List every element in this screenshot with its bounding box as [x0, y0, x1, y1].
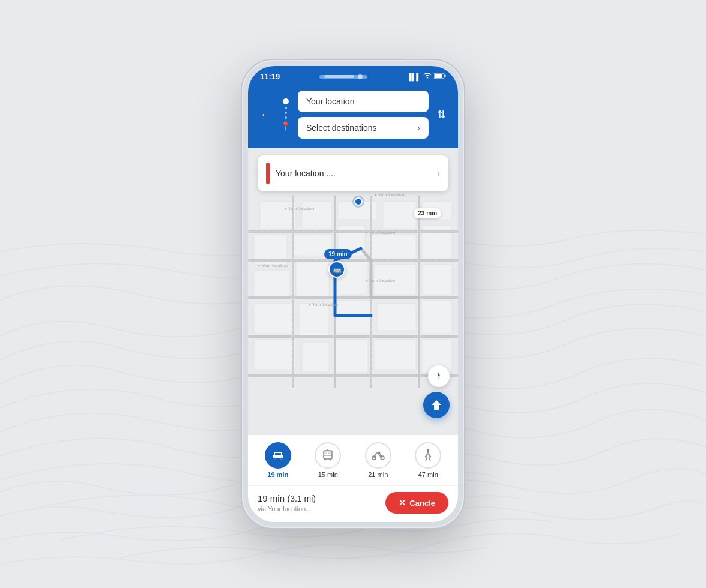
dot-divider-3	[285, 116, 287, 119]
status-icons: ▐▌▌	[407, 73, 446, 81]
bus-time-label: 15 min	[318, 471, 338, 478]
map-label-2: ⬥ Your location	[284, 205, 314, 211]
nav-header: ← 📍 Your location Select destinations ›	[248, 86, 458, 148]
svg-rect-25	[302, 342, 329, 372]
bike-icon-wrap	[365, 442, 391, 469]
origin-dot	[283, 98, 289, 104]
status-notch	[319, 75, 367, 79]
map-label-6: ⬥ Your location	[365, 277, 395, 283]
battery-icon	[434, 73, 446, 80]
map-area: Your location .... › ⬥ Your location ⬥ Y…	[248, 148, 458, 435]
svg-marker-43	[438, 376, 440, 380]
location-card-accent	[266, 163, 270, 184]
svg-rect-50	[328, 451, 331, 454]
svg-rect-19	[254, 304, 293, 334]
svg-marker-44	[432, 400, 441, 410]
time-value: 19 min	[258, 493, 285, 503]
svg-rect-49	[324, 451, 327, 454]
svg-rect-24	[254, 340, 296, 370]
svg-point-57	[378, 452, 380, 454]
svg-rect-22	[377, 304, 416, 331]
bottom-info-text: 19 min (3.1 mi) via Your location...	[258, 493, 316, 512]
vehicle-icon: 🚌	[328, 261, 345, 278]
bottom-time-row: 19 min (3.1 mi)	[258, 493, 316, 504]
svg-rect-7	[383, 202, 416, 229]
nav-dot-column: 📍	[279, 98, 292, 131]
map-label-3: ⬥ Your location	[374, 191, 404, 197]
map-label-4: ⬥ Your location	[365, 229, 395, 235]
svg-rect-1	[435, 74, 442, 78]
notch-pill	[324, 75, 354, 78]
bottom-info-bar: 19 min (3.1 mi) via Your location... ✕ C…	[248, 485, 458, 522]
svg-point-45	[274, 458, 276, 460]
dot-divider-2	[285, 112, 287, 114]
location-card-arrow-icon: ›	[437, 169, 440, 178]
walk-icon-wrap	[415, 442, 441, 469]
status-bar: 11:19 ▐▌▌	[248, 66, 458, 86]
distance-value: (3.1 mi)	[287, 494, 315, 503]
via-text: via Your location...	[258, 505, 316, 512]
bike-time-label: 21 min	[368, 471, 388, 478]
cancel-button[interactable]: ✕ Cancle	[385, 492, 448, 514]
your-location-label: Your location	[306, 97, 354, 106]
svg-point-52	[324, 459, 326, 461]
map-label-7: ⬥ Your location	[308, 301, 338, 307]
time-badge-19min: 19 min	[324, 249, 352, 259]
transport-bar: 19 min 15	[248, 435, 458, 485]
svg-rect-27	[374, 340, 416, 370]
svg-rect-2	[444, 75, 445, 77]
transport-modes: 19 min 15	[253, 442, 453, 478]
bottom-time-main: 19 min (3.1 mi)	[258, 493, 316, 503]
transport-car[interactable]: 19 min	[265, 442, 291, 478]
phone-frame: 11:19 ▐▌▌	[242, 60, 464, 528]
svg-rect-26	[335, 340, 368, 373]
location-card-text: Your location ....	[276, 169, 437, 178]
time-badge-23min: 23 min	[414, 208, 441, 218]
svg-rect-15	[296, 262, 329, 298]
transport-bike[interactable]: 21 min	[365, 442, 391, 478]
nav-row: ← 📍 Your location Select destinations ›	[258, 91, 448, 139]
back-button[interactable]: ←	[258, 106, 273, 124]
notch-dot	[358, 74, 363, 79]
nav-inputs: Your location Select destinations ›	[298, 91, 429, 139]
car-time-label: 19 min	[267, 471, 288, 478]
svg-rect-14	[254, 271, 290, 298]
svg-marker-42	[438, 372, 440, 376]
phone-screen: 11:19 ▐▌▌	[248, 66, 458, 522]
select-destination-input[interactable]: Select destinations ›	[298, 117, 429, 139]
select-destination-label: Select destinations	[306, 123, 377, 133]
vehicle-symbol: 🚌	[333, 265, 342, 274]
transport-bus[interactable]: 15 min	[315, 442, 341, 478]
signal-icon: ▐▌▌	[407, 73, 421, 80]
svg-rect-20	[299, 304, 329, 337]
transport-walk[interactable]: 47 min	[415, 442, 441, 478]
svg-point-53	[330, 459, 331, 461]
svg-point-58	[427, 449, 429, 451]
svg-rect-47	[275, 453, 281, 455]
status-time: 11:19	[260, 72, 280, 81]
svg-rect-18	[422, 265, 452, 295]
map-label-5: ⬥ Your location	[258, 262, 288, 268]
cancel-label: Cancle	[409, 499, 435, 508]
svg-rect-23	[422, 301, 452, 334]
walk-time-label: 47 min	[418, 471, 438, 478]
bus-icon-wrap	[315, 442, 341, 469]
car-icon-wrap	[265, 442, 291, 469]
route-start-dot	[354, 197, 363, 206]
your-location-input[interactable]: Your location	[298, 91, 429, 112]
route-fab-button[interactable]	[423, 392, 450, 418]
svg-rect-12	[371, 235, 416, 259]
dot-divider-1	[285, 107, 287, 109]
destination-arrow-icon: ›	[417, 123, 420, 133]
destination-pin-icon: 📍	[280, 121, 291, 131]
compass-button[interactable]	[428, 365, 450, 387]
cancel-x-icon: ✕	[399, 498, 406, 508]
svg-point-46	[280, 458, 282, 460]
wifi-icon	[423, 73, 432, 81]
swap-button[interactable]: ⇅	[435, 106, 448, 124]
location-card[interactable]: Your location .... ›	[258, 155, 448, 191]
